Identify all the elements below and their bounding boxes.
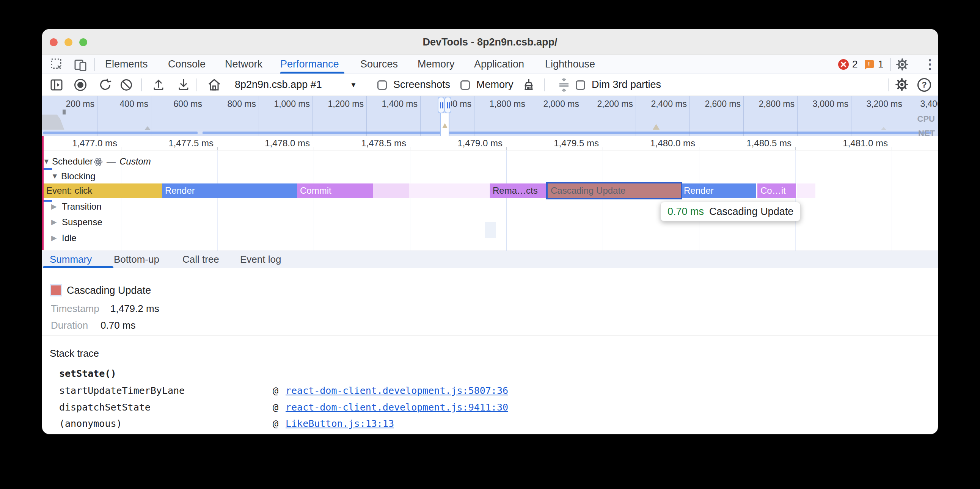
- ruler-tick-mark: [603, 147, 603, 150]
- overview-tick-label: 2,800 ms: [759, 99, 795, 109]
- window-title: DevTools - 8p2n9n.csb.app/: [42, 29, 938, 55]
- ruler-tick-mark: [217, 147, 218, 150]
- screenshots-label[interactable]: Screenshots: [393, 74, 450, 96]
- screenshots-checkbox[interactable]: [377, 80, 387, 90]
- selection-window[interactable]: [440, 113, 449, 136]
- tab-performance[interactable]: Performance: [280, 55, 339, 74]
- ruler-tick-label: 1,480.0 ms: [650, 138, 695, 149]
- timeline-overview[interactable]: CPU NET 200 ms400 ms600 ms800 ms1,000 ms…: [42, 96, 938, 136]
- selection-right-handle[interactable]: [444, 97, 451, 113]
- clear-icon[interactable]: [119, 78, 133, 92]
- details-tab-call-tree[interactable]: Call tree: [183, 251, 219, 268]
- selection-left-handle[interactable]: [438, 97, 444, 113]
- issue-count[interactable]: 1: [878, 59, 883, 70]
- tab-console[interactable]: Console: [168, 55, 205, 74]
- blocking-lane-label: Blocking: [61, 171, 95, 182]
- cpu-activity-spike: [62, 110, 65, 114]
- toggle-sidebar-icon[interactable]: [50, 78, 63, 92]
- flame-segment-blank[interactable]: [797, 183, 815, 198]
- flame-chart-area[interactable]: ▼ Scheduler — Custom ▼ Blocking Event: c…: [42, 151, 938, 251]
- download-profile-icon[interactable]: [177, 78, 190, 92]
- memory-label[interactable]: Memory: [476, 74, 514, 96]
- tab-application[interactable]: Application: [474, 55, 524, 74]
- dim-3rd-parties-checkbox[interactable]: [576, 80, 585, 90]
- tab-network[interactable]: Network: [225, 55, 262, 74]
- titlebar: DevTools - 8p2n9n.csb.app/: [42, 29, 938, 55]
- ruler-tick-label: 1,477.5 ms: [169, 138, 213, 149]
- expand-triangle-icon[interactable]: ▶: [51, 216, 57, 228]
- flame-segment-render[interactable]: Render: [681, 183, 756, 198]
- ruler-tick-label: 1,479.0 ms: [457, 138, 503, 149]
- reload-record-icon[interactable]: [99, 78, 112, 92]
- scroll-ghost: [485, 222, 496, 238]
- details-tab-event-log[interactable]: Event log: [240, 251, 281, 268]
- profile-selector-caret-icon[interactable]: ▼: [350, 81, 357, 89]
- issues-icon[interactable]: !: [864, 59, 874, 70]
- memory-checkbox[interactable]: [460, 80, 470, 90]
- event-color-swatch: [51, 286, 61, 295]
- panel-settings-gear-icon[interactable]: [895, 77, 909, 92]
- overview-gridline: [259, 96, 259, 136]
- flame-segment-render[interactable]: Render: [162, 183, 297, 198]
- record-icon[interactable]: [73, 78, 87, 92]
- ruler-tick-label: 1,479.5 ms: [554, 138, 599, 149]
- flame-segment-co-it[interactable]: Co…it: [757, 183, 796, 198]
- details-tab-bottom-up[interactable]: Bottom-up: [114, 251, 159, 268]
- overview-tick-label: 2,200 ms: [597, 99, 633, 109]
- settings-gear-icon[interactable]: [896, 58, 909, 71]
- track-gridline: [892, 151, 892, 251]
- collapse-sections-icon[interactable]: [557, 77, 571, 93]
- more-options-icon[interactable]: ⋮: [923, 57, 936, 71]
- collapse-triangle-icon[interactable]: ▼: [43, 156, 50, 167]
- collapse-triangle-icon[interactable]: ▼: [51, 171, 59, 182]
- expand-triangle-icon[interactable]: ▶: [51, 201, 57, 212]
- device-toolbar-icon[interactable]: [74, 58, 88, 71]
- overview-gridline: [205, 96, 205, 136]
- overview-gridline: [366, 96, 367, 136]
- home-icon[interactable]: [207, 78, 221, 92]
- ruler-tick-label: 1,478.0 ms: [265, 138, 310, 149]
- flame-segment-blank[interactable]: [373, 183, 409, 198]
- stack-source-link[interactable]: react-dom-client.development.js:9411:30: [286, 402, 508, 413]
- flame-segment-commit[interactable]: Commit: [297, 183, 373, 198]
- tab-memory[interactable]: Memory: [418, 55, 455, 74]
- event-tooltip: 0.70 msCascading Update: [660, 202, 800, 221]
- details-tab-bar: SummaryBottom-upCall treeEvent log: [42, 251, 938, 268]
- scheduler-track-label[interactable]: Scheduler: [52, 156, 93, 167]
- profile-selector[interactable]: 8p2n9n.csb.app #1: [235, 74, 322, 96]
- overview-tick-label: 200 ms: [66, 99, 94, 109]
- details-tab-summary[interactable]: Summary: [50, 251, 92, 268]
- cpu-bump: [653, 124, 660, 130]
- console-errors-icon[interactable]: [838, 59, 849, 70]
- stack-trace-row: dispatchSetState@react-dom-client.develo…: [42, 402, 938, 413]
- stack-source-link[interactable]: react-dom-client.development.js:5807:36: [286, 385, 508, 396]
- flame-segment-rema-cts[interactable]: Rema…cts: [490, 183, 546, 198]
- tab-elements[interactable]: Elements: [105, 55, 148, 74]
- flame-segment-blank[interactable]: [409, 183, 489, 198]
- stack-at-symbol: @: [273, 402, 278, 413]
- suspense-lane-label: Suspense: [62, 216, 102, 228]
- ruler-tick-label: 1,480.5 ms: [746, 138, 792, 149]
- flame-segment-cascading-update[interactable]: Cascading Update: [548, 183, 681, 198]
- upload-profile-icon[interactable]: [152, 78, 165, 92]
- cpu-strip-label: CPU: [918, 114, 935, 124]
- duration-label: Duration: [51, 319, 88, 331]
- detail-ruler[interactable]: 1,477.0 ms1,477.5 ms1,478.0 ms1,478.5 ms…: [42, 136, 938, 151]
- tab-sources[interactable]: Sources: [360, 55, 398, 74]
- flame-segment-event-click[interactable]: Event: click: [43, 183, 162, 198]
- help-icon[interactable]: ?: [917, 77, 932, 92]
- stack-function-name: (anonymous): [59, 418, 122, 429]
- stack-source-link[interactable]: LikeButton.js:13:13: [286, 418, 394, 429]
- stack-trace-row: startUpdateTimerByLane@react-dom-client.…: [42, 385, 938, 397]
- tooltip-duration: 0.70 ms: [668, 206, 704, 217]
- inspect-element-icon[interactable]: [51, 58, 64, 71]
- ruler-tick-label: 1,477.0 ms: [72, 138, 117, 149]
- expand-triangle-icon[interactable]: ▶: [51, 232, 57, 244]
- tab-lighthouse[interactable]: Lighthouse: [545, 55, 595, 74]
- ruler-tick-mark: [121, 147, 121, 150]
- cpu-bump: [145, 126, 151, 130]
- error-count[interactable]: 2: [852, 59, 858, 70]
- dim-3rd-parties-label[interactable]: Dim 3rd parties: [592, 74, 661, 96]
- collect-garbage-icon[interactable]: [522, 78, 536, 92]
- cpu-baseline: [42, 130, 938, 130]
